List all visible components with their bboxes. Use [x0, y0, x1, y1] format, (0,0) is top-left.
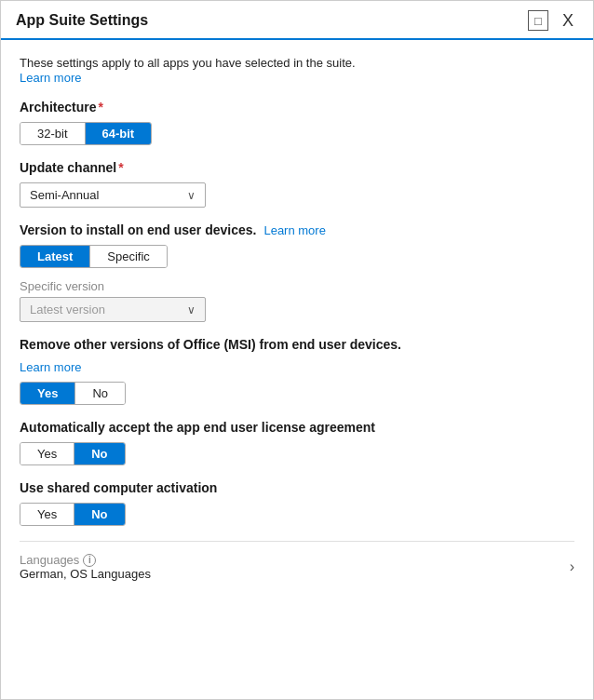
remove-versions-label: Remove other versions of Office (MSI) fr… [20, 337, 574, 352]
update-channel-label: Update channel* [20, 160, 574, 175]
languages-row[interactable]: Languages i German, OS Languages › [20, 541, 574, 581]
specific-version-value: Latest version [30, 303, 105, 316]
version-specific-button[interactable]: Specific [90, 246, 167, 267]
window-title: App Suite Settings [16, 12, 148, 29]
update-channel-section: Update channel* Semi-Annual ∨ [20, 160, 574, 208]
auto-accept-label: Automatically accept the app end user li… [20, 420, 574, 435]
languages-value: German, OS Languages [20, 567, 151, 581]
shared-computer-no-button[interactable]: No [74, 504, 124, 525]
remove-versions-yes-button[interactable]: Yes [20, 383, 75, 404]
remove-versions-no-button[interactable]: No [75, 383, 125, 404]
shared-computer-label: Use shared computer activation [20, 480, 574, 495]
settings-content: These settings apply to all apps you hav… [1, 40, 593, 596]
description-text: These settings apply to all apps you hav… [20, 56, 356, 70]
description-learn-more-link[interactable]: Learn more [20, 71, 81, 85]
architecture-64bit-button[interactable]: 64-bit [86, 123, 152, 144]
version-install-toggle-group: Latest Specific [20, 245, 168, 268]
update-channel-dropdown[interactable]: Semi-Annual ∨ [20, 182, 206, 208]
languages-label-group: Languages i German, OS Languages [20, 553, 151, 581]
auto-accept-section: Automatically accept the app end user li… [20, 420, 574, 465]
architecture-32bit-button[interactable]: 32-bit [20, 123, 86, 144]
shared-computer-toggle-group: Yes No [20, 503, 126, 526]
app-suite-settings-window: App Suite Settings □ X These settings ap… [0, 0, 594, 700]
architecture-required: * [98, 100, 102, 114]
specific-version-chevron-icon: ∨ [187, 303, 196, 316]
architecture-toggle-group: 32-bit 64-bit [20, 122, 152, 145]
version-latest-button[interactable]: Latest [20, 246, 90, 267]
minimize-button[interactable]: □ [528, 10, 548, 31]
update-channel-chevron-icon: ∨ [187, 189, 196, 202]
auto-accept-no-button[interactable]: No [74, 443, 124, 464]
version-install-label: Version to install on end user devices. [20, 222, 256, 237]
auto-accept-yes-button[interactable]: Yes [20, 443, 74, 464]
shared-computer-yes-button[interactable]: Yes [20, 504, 74, 525]
version-install-header: Version to install on end user devices. … [20, 222, 574, 237]
version-install-learn-more-link[interactable]: Learn more [263, 223, 325, 237]
languages-info-icon: i [83, 554, 96, 567]
remove-versions-learn-more-link[interactable]: Learn more [20, 360, 81, 374]
architecture-label: Architecture* [20, 100, 574, 114]
remove-versions-toggle-group: Yes No [20, 382, 126, 405]
architecture-section: Architecture* 32-bit 64-bit [20, 100, 574, 145]
languages-chevron-right-icon: › [570, 559, 574, 575]
specific-version-label: Specific version [20, 279, 574, 293]
update-channel-value: Semi-Annual [30, 188, 99, 202]
languages-label: Languages i [20, 553, 151, 567]
auto-accept-toggle-group: Yes No [20, 442, 126, 465]
description-section: These settings apply to all apps you hav… [20, 55, 574, 85]
shared-computer-section: Use shared computer activation Yes No [20, 480, 574, 526]
version-install-section: Version to install on end user devices. … [20, 222, 574, 322]
remove-versions-section: Remove other versions of Office (MSI) fr… [20, 337, 574, 405]
specific-version-dropdown: Latest version ∨ [20, 297, 206, 322]
title-bar-controls: □ X [528, 10, 578, 31]
close-button[interactable]: X [558, 10, 578, 31]
title-bar: App Suite Settings □ X [1, 1, 593, 40]
update-channel-required: * [118, 160, 123, 175]
